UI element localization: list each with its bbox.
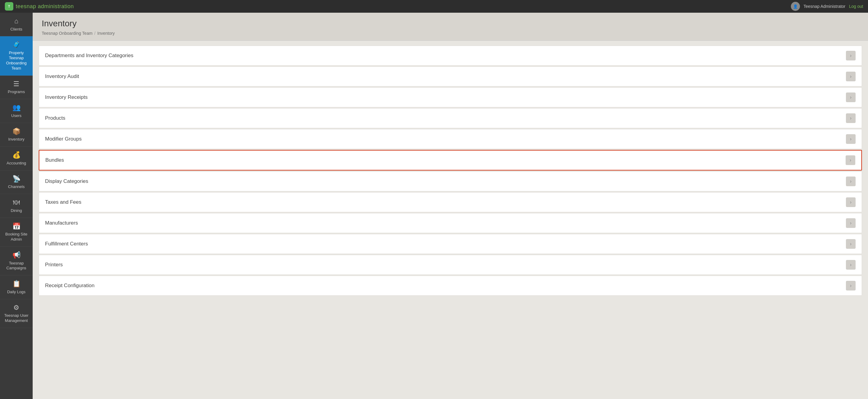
- menu-item-arrow-printers: ›: [846, 260, 856, 270]
- breadcrumb: Teesnap Onboarding Team / Inventory: [42, 31, 859, 36]
- sidebar-item-dining[interactable]: 🍽 Dining: [0, 194, 33, 218]
- sidebar-item-label-clients: Clients: [10, 27, 22, 32]
- menu-item-arrow-bundles: ›: [846, 155, 855, 165]
- menu-item-products[interactable]: Products›: [39, 108, 862, 128]
- menu-item-arrow-manufacturers: ›: [846, 218, 856, 228]
- breadcrumb-separator: /: [94, 31, 96, 36]
- menu-item-bundles[interactable]: Bundles›: [39, 150, 862, 170]
- menu-item-printers[interactable]: Printers›: [39, 255, 862, 275]
- sidebar-item-label-users: Users: [11, 113, 22, 119]
- sidebar-item-daily-logs[interactable]: 📋 Daily Logs: [0, 275, 33, 299]
- content-area: Inventory Teesnap Onboarding Team / Inve…: [33, 13, 868, 399]
- svg-text:T: T: [8, 5, 10, 8]
- menu-item-departments[interactable]: Departments and Inventory Categories›: [39, 46, 862, 66]
- menu-item-label-modifier-groups: Modifier Groups: [45, 136, 82, 142]
- menu-item-arrow-display-categories: ›: [846, 176, 856, 186]
- inventory-icon: 📦: [12, 127, 21, 136]
- breadcrumb-parent[interactable]: Teesnap Onboarding Team: [42, 31, 93, 36]
- menu-item-label-products: Products: [45, 115, 65, 121]
- property-icon: 🧳: [12, 40, 21, 49]
- menu-item-arrow-products: ›: [846, 113, 856, 123]
- sidebar-item-programs[interactable]: ☰ Programs: [0, 75, 33, 99]
- page-header: Inventory Teesnap Onboarding Team / Inve…: [33, 13, 868, 41]
- menu-item-label-departments: Departments and Inventory Categories: [45, 53, 133, 59]
- sidebar-item-inventory[interactable]: 📦 Inventory: [0, 123, 33, 146]
- menu-item-taxes-and-fees[interactable]: Taxes and Fees›: [39, 192, 862, 212]
- menu-item-label-bundles: Bundles: [45, 157, 64, 163]
- main-layout: ⌂ Clients 🧳 PropertyTeesnapOnboarding Te…: [0, 13, 868, 399]
- accounting-icon: 💰: [12, 151, 21, 160]
- sidebar-item-label-programs: Programs: [8, 90, 25, 95]
- menu-item-label-inventory-audit: Inventory Audit: [45, 73, 79, 79]
- menu-item-label-fulfillment-centers: Fulfillment Centers: [45, 241, 88, 247]
- menu-list: Departments and Inventory Categories›Inv…: [33, 41, 868, 301]
- topbar-left: T teesnap administration: [5, 2, 74, 10]
- logout-button[interactable]: Log out: [849, 4, 863, 9]
- sidebar-item-channels[interactable]: 📡 Channels: [0, 170, 33, 194]
- menu-item-receipt-configuration[interactable]: Receipt Configuration›: [39, 276, 862, 296]
- menu-item-label-taxes-and-fees: Taxes and Fees: [45, 199, 81, 205]
- logo-icon: T: [5, 2, 13, 10]
- menu-item-inventory-receipts[interactable]: Inventory Receipts›: [39, 87, 862, 107]
- user-avatar: 👤: [791, 2, 800, 11]
- users-icon: 👥: [12, 103, 21, 112]
- sidebar-item-label-inventory: Inventory: [8, 137, 24, 142]
- menu-item-label-manufacturers: Manufacturers: [45, 220, 78, 226]
- sidebar-item-label-user-mgmt: Teesnap User Management: [2, 313, 31, 324]
- menu-item-label-inventory-receipts: Inventory Receipts: [45, 94, 88, 100]
- sidebar-item-label-property: PropertyTeesnapOnboarding Team: [2, 51, 31, 71]
- dining-icon: 🍽: [13, 198, 20, 207]
- programs-icon: ☰: [13, 80, 19, 89]
- menu-item-fulfillment-centers[interactable]: Fulfillment Centers›: [39, 234, 862, 254]
- menu-item-label-display-categories: Display Categories: [45, 178, 88, 185]
- menu-item-arrow-receipt-configuration: ›: [846, 281, 856, 291]
- menu-item-display-categories[interactable]: Display Categories›: [39, 171, 862, 191]
- menu-item-arrow-taxes-and-fees: ›: [846, 197, 856, 207]
- menu-item-inventory-audit[interactable]: Inventory Audit›: [39, 67, 862, 87]
- campaigns-icon: 📢: [12, 251, 21, 260]
- sidebar-item-label-channels: Channels: [8, 185, 25, 190]
- sidebar-item-booking-site-admin[interactable]: 📅 Booking Site Admin: [0, 218, 33, 247]
- user-mgmt-icon: ⚙: [13, 303, 19, 312]
- breadcrumb-current: Inventory: [97, 31, 115, 36]
- menu-item-manufacturers[interactable]: Manufacturers›: [39, 213, 862, 233]
- page-title: Inventory: [42, 19, 859, 28]
- menu-item-arrow-inventory-audit: ›: [846, 72, 856, 81]
- daily-logs-icon: 📋: [12, 279, 21, 288]
- menu-item-arrow-modifier-groups: ›: [846, 134, 856, 144]
- sidebar-item-label-campaigns: Teesnap Campaigns: [2, 261, 31, 271]
- menu-item-label-printers: Printers: [45, 262, 63, 268]
- sidebar-item-label-accounting: Accounting: [7, 161, 26, 166]
- booking-icon: 📅: [12, 222, 21, 231]
- topbar: T teesnap administration 👤 Teesnap Admin…: [0, 0, 868, 13]
- sidebar-item-property[interactable]: 🧳 PropertyTeesnapOnboarding Team: [0, 36, 33, 75]
- sidebar-item-label-booking: Booking Site Admin: [2, 232, 31, 242]
- sidebar-item-label-daily-logs: Daily Logs: [7, 290, 26, 295]
- sidebar-item-clients[interactable]: ⌂ Clients: [0, 13, 33, 36]
- sidebar: ⌂ Clients 🧳 PropertyTeesnapOnboarding Te…: [0, 13, 33, 399]
- user-name: Teesnap Administrator: [804, 4, 846, 9]
- sidebar-item-teesnap-campaigns[interactable]: 📢 Teesnap Campaigns: [0, 247, 33, 275]
- menu-item-arrow-fulfillment-centers: ›: [846, 239, 856, 249]
- menu-item-label-receipt-configuration: Receipt Configuration: [45, 282, 94, 289]
- sidebar-item-accounting[interactable]: 💰 Accounting: [0, 146, 33, 170]
- clients-icon: ⌂: [14, 17, 18, 26]
- sidebar-item-users[interactable]: 👥 Users: [0, 99, 33, 123]
- sidebar-item-teesnap-user-management[interactable]: ⚙ Teesnap User Management: [0, 299, 33, 328]
- menu-item-arrow-departments: ›: [846, 51, 856, 61]
- channels-icon: 📡: [12, 175, 21, 184]
- app-title: teesnap administration: [16, 3, 74, 10]
- topbar-right: 👤 Teesnap Administrator Log out: [791, 2, 863, 11]
- sidebar-item-label-dining: Dining: [11, 208, 22, 213]
- menu-item-arrow-inventory-receipts: ›: [846, 93, 856, 102]
- menu-item-modifier-groups[interactable]: Modifier Groups›: [39, 129, 862, 149]
